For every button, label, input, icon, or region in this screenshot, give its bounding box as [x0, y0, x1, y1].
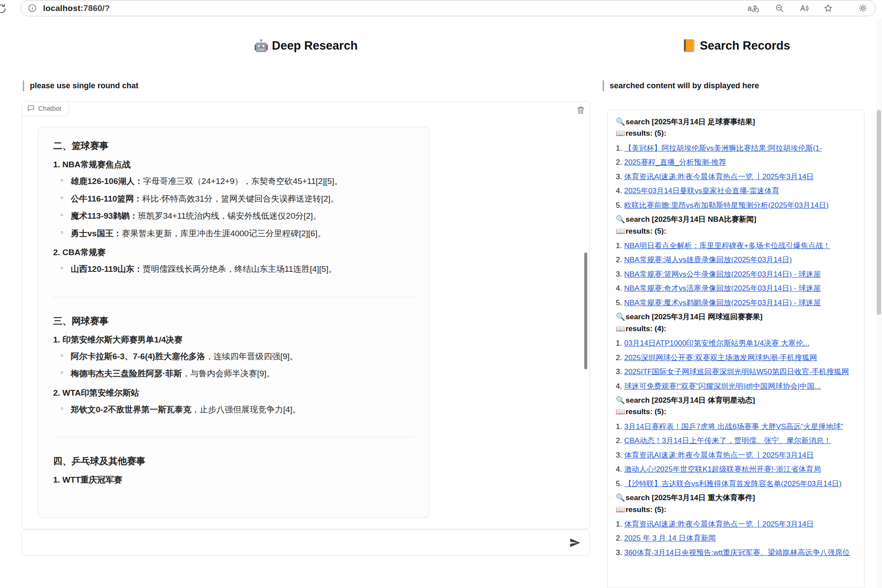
- search-result-link[interactable]: NBA常规赛:魔术vs鹈鹕录像回放(2025年03月14日) - 球迷屋: [624, 299, 821, 307]
- clear-chat-button[interactable]: [576, 106, 585, 116]
- search-result-row: NBA常规赛:篮网vs公牛录像回放(2025年03月14日) - 球迷屋: [616, 269, 856, 280]
- search-result-row: CBA动态！3月14日上午传来了，贾明儒、张宁、摩尔新消息！: [616, 435, 856, 447]
- search-result-row: 体育资讯AI速递:昨夜今晨体育热点一览 丨2025年3月14日: [616, 519, 856, 530]
- reload-icon[interactable]: [0, 3, 7, 14]
- search-result-row: 【美冠杯】阿拉胡埃伦斯vs美洲狮比赛结果:阿拉胡埃伦斯(1-: [616, 143, 856, 154]
- search-result-link[interactable]: NBA常规赛:湖人vs雄鹿录像回放(2025年03月14日): [624, 256, 792, 264]
- chatbot-label-text: Chatbot: [38, 105, 61, 112]
- search-result-link[interactable]: 2025 年 3 月 14 日体育新闻: [624, 534, 716, 542]
- search-result-link[interactable]: 2025深圳网球公开赛:双赛双主场激发网球热潮-手机搜狐网: [624, 354, 817, 362]
- search-result-link[interactable]: 体育资讯AI速递:昨夜今晨体育热点一览 丨2025年3月14日: [624, 173, 814, 181]
- chat-bullet: 郑钦文0-2不敌世界第一斯瓦泰克，止步八强但展现竞争力[4]。: [71, 404, 414, 416]
- page-scrollbar-thumb[interactable]: [877, 110, 881, 315]
- chat-bullet: 梅德韦杰夫三盘险胜阿瑟·菲斯，与鲁内会师半决赛[9]。: [71, 368, 414, 380]
- url-host: localhost: [43, 4, 80, 13]
- search-result-row: 3月14日赛程表！国乒7虎将 出战6场赛事 大胖VS高远“火星撞地球”: [616, 421, 856, 433]
- bullet-list: 阿尔卡拉斯6-3、7-6(4)胜大塞伦多洛，连续四年晋级四强[9]。 梅德韦杰夫…: [53, 350, 414, 380]
- section-heading: 二、篮球赛事: [53, 140, 414, 152]
- url-text: localhost:7860/?: [43, 4, 110, 13]
- chat-scrollbar-thumb[interactable]: [584, 253, 587, 369]
- search-result-link[interactable]: 激动人心!2025年世空联K1超级联赛杭州开赛!-浙江省体育局: [624, 465, 821, 473]
- section-divider: [53, 297, 414, 297]
- search-result-link[interactable]: NBA常规赛:篮网vs公牛录像回放(2025年03月14日) - 球迷屋: [624, 270, 821, 278]
- search-record: 🔍search [2025年3月14日 重大体育事件] 📖results: (5…: [616, 492, 856, 558]
- search-result-link[interactable]: 体育资讯AI速递:昨夜今晨体育热点一览 丨2025年3月14日: [624, 451, 814, 459]
- search-records-panel: 🔍search [2025年3月14日 足球赛事结果] 📖results: (5…: [607, 110, 864, 588]
- search-result-row: NBA明日看点全解析：库里里程碑夜+多场卡位战引爆焦点战！: [616, 240, 856, 252]
- favorite-star-icon[interactable]: [824, 4, 833, 13]
- search-result-row: 2025赛程_直播_分析预测-推荐: [616, 157, 856, 168]
- search-result-link[interactable]: 2025赛程_直播_分析预测-推荐: [624, 158, 726, 166]
- search-result-row: 2025深圳网球公开赛:双赛双主场激发网球热潮-手机搜狐网: [616, 352, 856, 364]
- page-scrollbar[interactable]: [876, 18, 882, 588]
- search-result-row: 激动人心!2025年世空联K1超级联赛杭州开赛!-浙江省体育局: [616, 464, 856, 475]
- records-hint: searched content will by displayed here: [603, 80, 759, 91]
- zoom-out-icon[interactable]: [775, 4, 784, 13]
- search-result-link[interactable]: NBA常规赛:奇才vs活塞录像回放(2025年03月14日) - 球迷屋: [624, 284, 821, 292]
- translate-icon[interactable]: aあ: [748, 4, 760, 12]
- search-result-link[interactable]: 【沙特联】吉达联合vs利雅得体育首发阵容名单(2025年03月14日): [624, 480, 842, 488]
- search-query: 🔍search [2025年3月14日 网球巡回赛赛果]: [616, 311, 856, 323]
- search-result-link[interactable]: CBA动态！3月14日上午传来了，贾明儒、张宁、摩尔新消息！: [624, 436, 831, 445]
- bot-message: 二、篮球赛事 1. NBA常规赛焦点战 雄鹿126-106湖人：字母哥准三双（2…: [38, 127, 430, 518]
- url-path: :7860/?: [80, 4, 110, 13]
- book-icon: 📖: [616, 227, 625, 235]
- search-result-row: 2025年03月14日曼联vs皇家社会直播-雷速体育: [616, 185, 856, 197]
- search-result-row: 欧联比赛前瞻:里昂vs布加勒斯特星预测分析(2025年03月14日): [616, 200, 856, 211]
- search-icon: 🔍: [616, 118, 625, 126]
- search-result-row: 体育资讯AI速递:昨夜今晨体育热点一览 丨2025年3月14日: [616, 450, 856, 461]
- section-divider: [53, 437, 414, 437]
- search-record: 🔍search [2025年3月14日 足球赛事结果] 📖results: (5…: [616, 116, 856, 211]
- search-result-link[interactable]: 360体育-3月14日央视预告:wtt重庆冠军赛。梁靖崑林高远争八强席位: [624, 548, 850, 557]
- book-icon: 📖: [616, 408, 625, 416]
- search-query: 🔍search [2025年3月14日 体育明星动态]: [616, 395, 856, 406]
- search-records-title: 📙 Search Records: [607, 39, 864, 53]
- list-item-title: 2. CBA常规赛: [53, 247, 414, 258]
- search-result-link[interactable]: 2025年03月14日曼联vs皇家社会直播-雷速体育: [624, 187, 779, 195]
- send-button[interactable]: [568, 535, 582, 550]
- search-result-link[interactable]: 03月14日ATP1000印第安维尔斯站男单1/4决赛 大塞伦...: [624, 339, 810, 347]
- message-input[interactable]: [29, 535, 568, 551]
- search-result-row: 球迷可免费观赛!“双赛”闪耀深圳光明|itf|中国网球协会|中国...: [616, 381, 856, 392]
- section-heading: 三、网球赛事: [53, 315, 414, 327]
- settings-gear-icon[interactable]: [858, 4, 868, 13]
- chat-bullet: 山西120-119山东：贾明儒踩线长两分绝杀，终结山东主场11连胜[4][5]。: [71, 263, 414, 276]
- chat-input-container: [22, 530, 590, 556]
- site-info-icon[interactable]: [28, 4, 37, 13]
- search-query: 🔍search [2025年3月14日 NBA比赛新闻]: [616, 214, 856, 225]
- bullet-list: 山西120-119山东：贾明儒踩线长两分绝杀，终结山东主场11连胜[4][5]。: [53, 263, 414, 276]
- chat-bullet: 雄鹿126-106湖人：字母哥准三双（24+12+9），东契奇空砍45+11[2…: [71, 175, 414, 188]
- search-result-link[interactable]: 2025ITF国际女子网球巡回赛深圳光明站W50第四日收官-手机搜狐网: [624, 368, 849, 376]
- search-result-link[interactable]: 球迷可免费观赛!“双赛”闪耀深圳光明|itf|中国网球协会|中国...: [624, 382, 821, 390]
- bullet-list: 雄鹿126-106湖人：字母哥准三双（24+12+9），东契奇空砍45+11[2…: [53, 175, 414, 240]
- read-aloud-icon[interactable]: [799, 4, 809, 13]
- list-item-title: 1. 印第安维尔斯大师赛男单1/4决赛: [53, 334, 414, 346]
- search-result-row: 2025 年 3 月 14 日体育新闻: [616, 533, 856, 544]
- search-result-row: NBA常规赛:魔术vs鹈鹕录像回放(2025年03月14日) - 球迷屋: [616, 297, 856, 309]
- search-result-link[interactable]: 3月14日赛程表！国乒7虎将 出战6场赛事 大胖VS高远“火星撞地球”: [624, 422, 843, 431]
- results-count: 📖results: (5):: [616, 504, 856, 516]
- book-icon: 📖: [616, 129, 625, 137]
- results-count: 📖results: (5):: [616, 406, 856, 418]
- section-heading: 四、乒乓球及其他赛事: [53, 455, 414, 467]
- bullet-list: 郑钦文0-2不敌世界第一斯瓦泰克，止步八强但展现竞争力[4]。: [53, 404, 414, 416]
- url-bar[interactable]: localhost:7860/? aあ: [20, 0, 876, 16]
- chatbot-panel: Chatbot 二、篮球赛事 1. NBA常规赛焦点战 雄鹿126-106湖人：…: [22, 101, 590, 529]
- search-query: 🔍search [2025年3月14日 重大体育事件]: [616, 492, 856, 504]
- search-result-row: 360体育-3月14日央视预告:wtt重庆冠军赛。梁靖崑林高远争八强席位: [616, 547, 856, 559]
- search-result-link[interactable]: NBA明日看点全解析：库里里程碑夜+多场卡位战引爆焦点战！: [624, 242, 831, 250]
- search-record: 🔍search [2025年3月14日 网球巡回赛赛果] 📖results: (…: [616, 311, 856, 392]
- search-result-row: NBA常规赛:湖人vs雄鹿录像回放(2025年03月14日): [616, 254, 856, 266]
- search-result-link[interactable]: 欧联比赛前瞻:里昂vs布加勒斯特星预测分析(2025年03月14日): [624, 201, 829, 209]
- chat-bullet: 魔术113-93鹈鹕：班凯罗34+11统治内线，锡安外线低迷仅20分[2]。: [71, 210, 414, 223]
- search-result-link[interactable]: 【美冠杯】阿拉胡埃伦斯vs美洲狮比赛结果:阿拉胡埃伦斯(1-: [624, 144, 822, 152]
- chatbot-label: Chatbot: [22, 101, 69, 116]
- results-count: 📖results: (5):: [616, 128, 856, 139]
- list-item-title: 1. NBA常规赛焦点战: [53, 159, 414, 170]
- search-result-row: 体育资讯AI速递:昨夜今晨体育热点一览 丨2025年3月14日: [616, 171, 856, 183]
- search-record: 🔍search [2025年3月14日 NBA比赛新闻] 📖results: (…: [616, 214, 856, 308]
- toolbar-icons: aあ: [748, 4, 868, 13]
- chat-bullet: 阿尔卡拉斯6-3、7-6(4)胜大塞伦多洛，连续四年晋级四强[9]。: [71, 350, 414, 363]
- search-result-link[interactable]: 体育资讯AI速递:昨夜今晨体育热点一览 丨2025年3月14日: [624, 520, 814, 528]
- search-icon: 🔍: [616, 494, 625, 502]
